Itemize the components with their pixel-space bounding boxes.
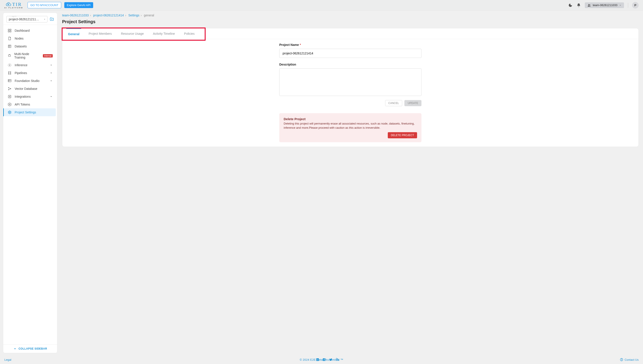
inference-icon (8, 63, 12, 67)
integrations-icon (8, 94, 12, 98)
svg-rect-18 (8, 95, 11, 98)
svg-point-16 (10, 88, 11, 89)
sidebar-item-multi-node-training[interactable]: Multi-Node Training Internal (5, 50, 56, 61)
svg-rect-6 (10, 31, 11, 32)
danger-title: Delete Project (284, 117, 417, 121)
nav: Dashboard Nodes Datasets Multi-Node Trai… (3, 25, 57, 344)
main: team-06261211033› project-062612121414› … (57, 10, 643, 355)
svg-point-2 (589, 4, 590, 5)
chevron-down-icon (50, 72, 53, 74)
sidebar-item-integrations[interactable]: Integrations (5, 93, 56, 100)
sidebar: Project project-0626121211… Dashboard No… (3, 13, 57, 353)
project-name-input[interactable] (279, 49, 421, 58)
project-name-label: Project Name * (279, 43, 421, 46)
sidebar-item-label: Nodes (15, 37, 24, 40)
project-select-value: project-0626121211… (9, 18, 39, 21)
sidebar-item-label: Dashboard (15, 29, 30, 32)
team-name: team-06261211033 (593, 4, 617, 7)
svg-rect-14 (8, 80, 11, 82)
svg-point-11 (10, 72, 11, 72)
vector-db-icon (8, 87, 12, 91)
training-icon (8, 54, 11, 58)
settings-icon (8, 110, 12, 114)
svg-rect-8 (8, 55, 11, 56)
page-title: Project Settings (62, 19, 639, 24)
brand-name: TIR (12, 2, 22, 7)
sidebar-item-foundation-studio[interactable]: Foundation Studio (5, 77, 56, 85)
chevron-down-icon (50, 64, 53, 67)
contact-us-link[interactable]: Contact Us (620, 358, 639, 362)
description-input[interactable] (279, 68, 421, 96)
sidebar-item-label: Datasets (15, 44, 27, 48)
project-select[interactable]: Project project-0626121211… (6, 16, 48, 22)
tab-general[interactable]: General (66, 28, 81, 39)
sidebar-item-pipelines[interactable]: Pipelines (5, 69, 56, 77)
danger-zone: Delete Project Deleting this project wil… (279, 113, 421, 142)
crumb-settings[interactable]: Settings (128, 14, 140, 17)
cancel-button[interactable]: CANCEL (385, 100, 402, 106)
sidebar-item-label: Pipelines (15, 71, 27, 75)
cloud-icon (6, 2, 11, 7)
sidebar-item-label: Project Settings (15, 110, 36, 114)
sidebar-item-label: API Tokens (15, 103, 30, 106)
topbar: TIR AI PLATFORM GO TO MYACCOUNT Explore … (0, 0, 643, 10)
tab-project-members[interactable]: Project Members (87, 28, 114, 39)
sidebar-item-nodes[interactable]: Nodes (5, 34, 56, 42)
collapse-sidebar-button[interactable]: COLLAPSE SIDEBAR (3, 344, 57, 353)
sidebar-item-label: Integrations (15, 95, 31, 98)
nodes-icon (8, 36, 12, 40)
svg-point-19 (9, 104, 10, 105)
description-label: Description (279, 63, 421, 66)
api-tokens-icon (8, 102, 12, 106)
sidebar-item-vector-database[interactable]: Vector Database (5, 85, 56, 93)
tab-resource-usage[interactable]: Resource Usage (119, 28, 145, 39)
crumb-team[interactable]: team-06261211033 (62, 14, 89, 17)
sidebar-item-datasets[interactable]: Datasets (5, 42, 56, 50)
tabbar: General Project Members Resource Usage A… (62, 28, 638, 39)
sidebar-item-inference[interactable]: Inference (5, 61, 56, 69)
svg-point-12 (8, 74, 9, 74)
sidebar-item-label: Inference (15, 63, 27, 67)
svg-point-13 (10, 74, 11, 74)
svg-rect-5 (8, 31, 9, 32)
sidebar-item-project-settings[interactable]: Project Settings (5, 108, 56, 116)
go-to-myaccount-button[interactable]: GO TO MYACCOUNT (28, 2, 61, 8)
legal-link[interactable]: Legal (4, 358, 11, 362)
notifications-icon[interactable] (576, 3, 581, 8)
crumb-current: general (144, 14, 154, 17)
svg-point-20 (9, 112, 10, 113)
delete-project-button[interactable]: DELETE PROJECT (388, 132, 417, 138)
project-select-label: Project (9, 16, 17, 17)
tab-activity-timeline[interactable]: Activity Timeline (151, 28, 176, 39)
brand-subtitle: AI PLATFORM (4, 7, 23, 9)
crumb-project[interactable]: project-062612121414 (93, 14, 124, 17)
new-project-icon[interactable] (50, 17, 54, 22)
chevron-down-icon (50, 95, 53, 98)
sidebar-item-label: Vector Database (15, 87, 37, 90)
chevron-down-icon (50, 79, 53, 82)
update-button[interactable]: UPDATE (404, 100, 421, 106)
svg-rect-3 (8, 29, 9, 30)
double-chevron-left-icon (13, 347, 17, 350)
sidebar-item-label: Multi-Node Training (15, 52, 39, 59)
avatar[interactable]: P (632, 2, 639, 8)
theme-toggle-icon[interactable] (568, 3, 573, 8)
tab-policies[interactable]: Policies (182, 28, 196, 39)
divider (628, 3, 628, 8)
help-icon (620, 358, 623, 362)
svg-point-27 (621, 360, 621, 360)
brand: TIR AI PLATFORM (4, 2, 23, 9)
sidebar-item-api-tokens[interactable]: API Tokens (5, 100, 56, 108)
sidebar-item-label: Foundation Studio (15, 79, 40, 82)
svg-point-10 (8, 72, 9, 72)
svg-rect-0 (8, 4, 9, 5)
settings-card: General Project Members Resource Usage A… (62, 28, 639, 147)
explore-genai-button[interactable]: Explore GenAI API (64, 2, 93, 8)
team-switcher[interactable]: team-06261211033 (585, 2, 624, 8)
caret-down-icon (43, 18, 46, 20)
people-icon (587, 4, 591, 7)
svg-point-17 (8, 89, 9, 90)
sidebar-item-dashboard[interactable]: Dashboard (5, 27, 56, 34)
danger-body: Deleting this project will permanently e… (284, 122, 417, 130)
collapse-sidebar-label: COLLAPSE SIDEBAR (19, 347, 47, 350)
